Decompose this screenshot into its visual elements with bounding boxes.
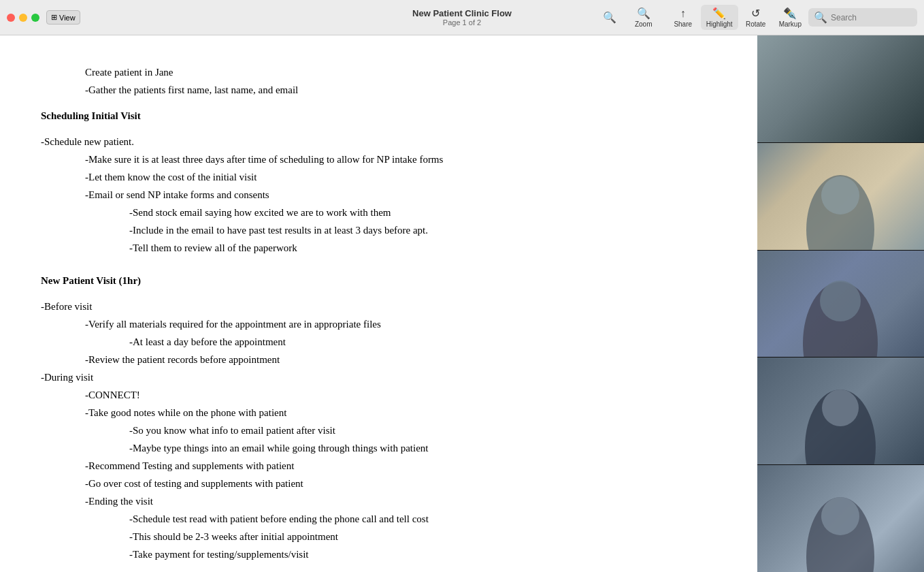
minimize-button[interactable] — [19, 14, 27, 22]
close-button[interactable] — [7, 14, 15, 22]
doc-line: New Patient Visit (1hr) — [41, 272, 716, 289]
doc-line: -Schedule test read with patient before … — [129, 511, 716, 527]
zoom-out-icon: 🔍 — [603, 11, 616, 24]
document-content: Create patient in Jane-Gather the patien… — [41, 64, 716, 572]
rotate-label: Rotate — [746, 20, 765, 28]
zoom-in-icon: 🔍 — [637, 7, 650, 20]
document-area[interactable]: Create patient in Jane-Gather the patien… — [0, 35, 757, 572]
video-tile-2 — [757, 143, 924, 251]
doc-line: Scheduling Initial Visit — [41, 108, 716, 124]
view-label: View — [59, 14, 76, 22]
doc-line: -Before visit — [41, 298, 716, 315]
doc-line: -Make sure it is at least three days aft… — [85, 151, 716, 168]
share-label: Share — [674, 20, 692, 28]
markup-label: Markup — [779, 20, 802, 28]
share-button[interactable]: ↑ Share — [667, 5, 699, 30]
view-icon: ⊞ — [51, 13, 57, 22]
doc-line: -Ending the visit — [85, 493, 716, 509]
search-icon: 🔍 — [814, 11, 827, 24]
video-sidebar — [757, 35, 924, 572]
doc-line: -Review the patient records before appoi… — [85, 351, 716, 368]
document-title: New Patient Clinic Flow — [412, 8, 512, 18]
doc-line: -This should be 2-3 weeks after initial … — [129, 528, 716, 545]
title-info: New Patient Clinic Flow Page 1 of 2 — [412, 8, 512, 27]
doc-line: -Let them know the cost of the initial v… — [85, 169, 716, 185]
markup-icon: ✒️ — [783, 7, 797, 20]
traffic-lights — [7, 14, 39, 22]
doc-line: -Take good notes while on the phone with… — [85, 404, 716, 421]
zoom-label: Zoom — [635, 20, 653, 28]
doc-line: -Maybe type things into an email while g… — [129, 440, 716, 456]
rotate-icon: ↺ — [751, 7, 760, 20]
doc-line: -Include in the email to have past test … — [129, 222, 716, 238]
zoom-group: 🔍 🔍 Zoom — [593, 5, 660, 30]
svg-point-3 — [820, 281, 861, 321]
main-content: Create patient in Jane-Gather the patien… — [0, 35, 924, 572]
doc-line: -During visit — [41, 369, 716, 385]
zoom-in-button[interactable]: 🔍 Zoom — [627, 5, 660, 30]
svg-point-1 — [821, 176, 859, 214]
doc-line: -So you know what info to email patient … — [129, 422, 716, 439]
highlight-label: Highlight — [706, 20, 733, 28]
doc-line: -At least a day before the appointment — [129, 334, 716, 350]
video-tile-1 — [757, 35, 924, 143]
view-button[interactable]: ⊞ View — [46, 10, 80, 25]
search-bar[interactable]: 🔍 — [808, 8, 917, 27]
doc-line: -Recommend Testing and supplements with … — [85, 458, 716, 474]
toolbar: 🔍 🔍 Zoom ↑ Share ✏️ Highlight ↺ Rotate ✒… — [593, 5, 917, 30]
share-icon: ↑ — [680, 7, 686, 20]
highlight-button[interactable]: ✏️ Highlight — [701, 5, 738, 30]
doc-line: -Verify all materials required for the a… — [85, 316, 716, 332]
doc-line: -CONNECT! — [85, 387, 716, 403]
svg-point-7 — [821, 497, 859, 535]
doc-line: -Take payment for testing/supplements/vi… — [129, 546, 716, 562]
doc-line: -Schedule new patient. — [41, 133, 716, 150]
maximize-button[interactable] — [31, 14, 39, 22]
highlight-icon: ✏️ — [712, 7, 726, 20]
zoom-out-button[interactable]: 🔍 — [593, 9, 626, 27]
doc-line: -Go over cost of testing and supplements… — [85, 475, 716, 492]
doc-line: Create patient in Jane — [85, 64, 716, 80]
video-tile-5 — [757, 465, 924, 572]
title-bar: ⊞ View New Patient Clinic Flow Page 1 of… — [0, 0, 924, 35]
markup-button[interactable]: ✒️ Markup — [774, 5, 807, 30]
search-input[interactable] — [831, 13, 912, 22]
video-tile-4 — [757, 358, 924, 465]
doc-line: -Tell them to review all of the paperwor… — [129, 240, 716, 256]
doc-line: -Gather the patients first name, last na… — [85, 82, 716, 98]
svg-point-5 — [822, 390, 859, 426]
page-info: Page 1 of 2 — [443, 18, 481, 27]
video-tile-3 — [757, 251, 924, 358]
rotate-button[interactable]: ↺ Rotate — [740, 5, 772, 30]
doc-line: -Email or send NP intake forms and conse… — [85, 187, 716, 203]
doc-line: -Send stock email saying how excited we … — [129, 204, 716, 221]
